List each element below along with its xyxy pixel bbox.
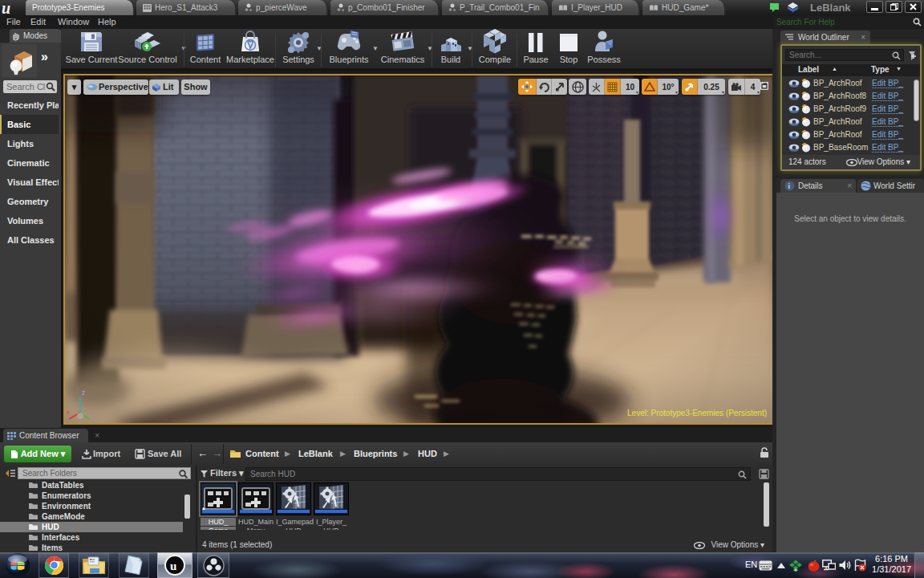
- svg-text:u: u: [2, 0, 10, 15]
- svg-text:u: u: [170, 560, 176, 572]
- svg-text:i: i: [788, 182, 791, 190]
- svg-text:z: z: [82, 389, 86, 397]
- svg-text:x: x: [67, 409, 70, 416]
